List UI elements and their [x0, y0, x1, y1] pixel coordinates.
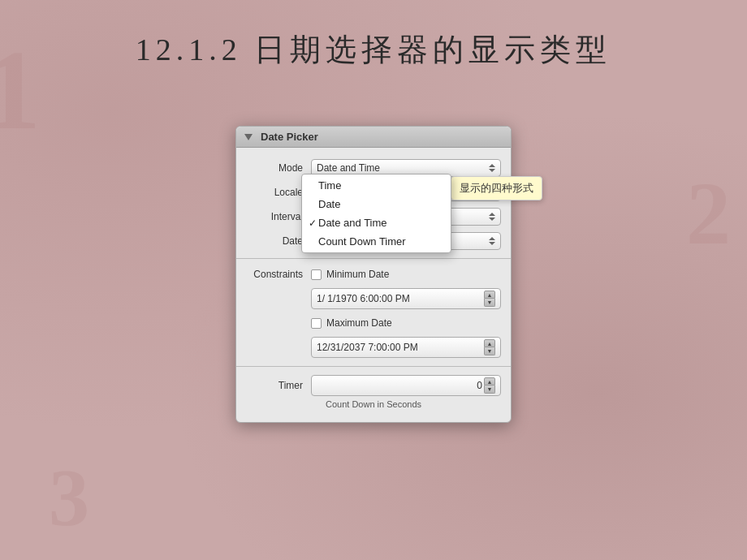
mode-dropdown: Time Date Date and Time Count Down Timer [301, 174, 451, 253]
timer-input[interactable]: 0 ▲ ▼ [311, 375, 501, 396]
watermark-2: 2 [686, 162, 731, 265]
dialog-title: Date Picker [261, 131, 318, 143]
interval-label: Interval [246, 211, 303, 222]
max-date-stepper[interactable]: ▲ ▼ [484, 339, 495, 355]
divider-1 [236, 258, 511, 259]
divider-2 [236, 366, 511, 367]
timer-row: Timer 0 ▲ ▼ [236, 372, 511, 399]
locale-label: Locale [246, 187, 303, 198]
min-date-checkbox[interactable] [311, 269, 322, 280]
timer-down-btn[interactable]: ▼ [484, 386, 495, 394]
watermark-3: 3 [49, 450, 89, 544]
max-date-value-row: 12/31/2037 7:00:00 PM ▲ ▼ [236, 334, 511, 361]
annotation-bubble: 显示的四种形式 [451, 176, 542, 200]
arrow-up-icon [489, 164, 495, 167]
interval-arrow-up [489, 213, 495, 216]
date-arrows [489, 237, 495, 245]
min-date-down-btn[interactable]: ▼ [484, 299, 495, 307]
timer-up-btn[interactable]: ▲ [484, 377, 495, 386]
select-arrows [489, 164, 495, 172]
min-date-value[interactable]: 1/ 1/1970 6:00:00 PM ▲ ▼ [311, 288, 501, 309]
mode-label: Mode [246, 162, 303, 174]
dropdown-item-time[interactable]: Time [302, 176, 451, 195]
timer-label: Timer [246, 380, 303, 391]
max-date-value[interactable]: 12/31/2037 7:00:00 PM ▲ ▼ [311, 337, 501, 358]
min-date-label: Minimum Date [326, 269, 389, 280]
min-date-value-row: 1/ 1/1970 6:00:00 PM ▲ ▼ [236, 285, 511, 312]
interval-arrow-down [489, 218, 495, 221]
max-date-check-row: Maximum Date [236, 312, 511, 334]
dialog-titlebar: Date Picker [236, 127, 511, 148]
annotation-text: 显示的四种形式 [460, 182, 533, 194]
count-down-label: Count Down in Seconds [236, 399, 511, 414]
max-date-check-inner: Maximum Date [311, 317, 392, 329]
max-date-checkbox[interactable] [311, 318, 322, 329]
date-arrow-up [489, 237, 495, 240]
mode-value: Date and Time [317, 162, 380, 174]
dropdown-item-datetime[interactable]: Date and Time [302, 213, 451, 232]
min-date-check-row: Minimum Date [311, 269, 389, 280]
max-date-up-btn[interactable]: ▲ [484, 339, 495, 347]
max-date-label: Maximum Date [326, 317, 392, 329]
date-arrow-down [489, 242, 495, 245]
date-label: Date [246, 235, 303, 247]
arrow-down-icon [489, 169, 495, 172]
timer-stepper[interactable]: ▲ ▼ [484, 377, 495, 394]
collapse-icon[interactable] [244, 134, 253, 140]
constraints-label: Constraints [246, 269, 303, 280]
dialog-container: Date Picker Mode Date and Time Time [235, 126, 512, 423]
max-date-down-btn[interactable]: ▼ [484, 347, 495, 355]
date-picker-dialog: Date Picker Mode Date and Time Time [235, 126, 512, 423]
interval-arrows [489, 213, 495, 221]
min-date-stepper[interactable]: ▲ ▼ [484, 291, 495, 307]
dropdown-item-countdown[interactable]: Count Down Timer [302, 232, 451, 251]
page-title: 12.1.2 日期选择器的显示类型 [0, 0, 747, 95]
constraints-row: Constraints Minimum Date [236, 264, 511, 285]
min-date-up-btn[interactable]: ▲ [484, 291, 495, 299]
dropdown-item-date[interactable]: Date [302, 195, 451, 213]
